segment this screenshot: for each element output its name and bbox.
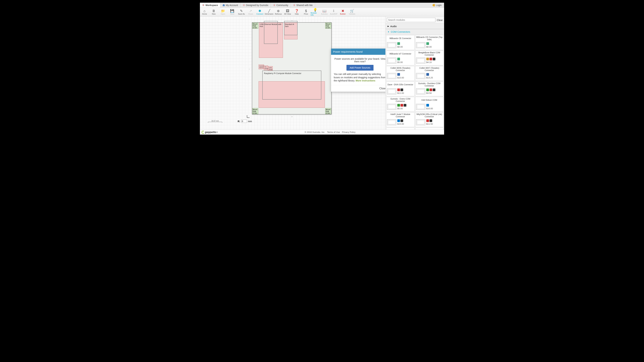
module-thumbnail	[387, 73, 396, 79]
module-price: $10.00	[426, 107, 433, 110]
vendor-logo-icon	[430, 119, 432, 122]
globe-icon	[202, 4, 204, 6]
vendor-logo-icon	[400, 88, 403, 91]
moduleinfo-button[interactable]: 💡Module Info	[310, 8, 320, 15]
vendor-logo-icon	[426, 119, 429, 122]
terms-link[interactable]: Terms of Use	[327, 131, 340, 133]
module-title: NVIDIA Jetson COM	[387, 129, 414, 130]
saveas-button[interactable]: ✎Save As	[237, 8, 246, 15]
module-price: $5.00	[397, 107, 403, 110]
module-card[interactable]: Dave - DIVA 335x Connector $11.00	[386, 81, 414, 96]
resize-handle-bottom[interactable]: ◇	[291, 116, 293, 117]
module-card[interactable]: MitySOM-335x (Critical Link) Connector $…	[415, 112, 444, 127]
3dview-button[interactable]: 🖼3D View	[283, 8, 292, 15]
validate-button[interactable]: 🛒Validate	[348, 8, 357, 15]
share-button[interactable]: ↗Share	[246, 8, 255, 15]
refocus-button[interactable]: ⊕Refocus	[274, 8, 283, 15]
module-price: $11.50	[426, 123, 433, 125]
module-card[interactable]: Gumstix - DuoVero COM Connector $3.50	[415, 81, 444, 96]
tab-community[interactable]: Community	[271, 3, 291, 7]
board[interactable]: Mount Hole (3.5m Mount Hole (3.5m Mount …	[252, 22, 332, 114]
module-card[interactable]: Colibri iMX7 (Toradex) Connector $13.25	[415, 66, 444, 81]
component-outline[interactable]	[264, 21, 278, 44]
price-button[interactable]: $Price	[301, 8, 310, 15]
home-icon: ⌂	[204, 9, 206, 12]
component-rpi[interactable]: Raspberry Pi Compute Module Connector	[262, 70, 321, 99]
dollar-icon: $	[305, 9, 307, 12]
add-power-button[interactable]: Add Power Sources	[346, 65, 374, 70]
close-icon[interactable]: ×	[385, 50, 386, 53]
vendor-logo-icon	[404, 104, 406, 107]
mount-hole-tl[interactable]: Mount Hole (3.5m	[252, 23, 258, 29]
tab-label: Designed by Gumstix	[246, 4, 268, 6]
dimension-button[interactable]: ╱Dimension	[264, 8, 274, 15]
module-thumbnail	[416, 119, 425, 125]
copyright: © 2018 Gumstix, Inc.	[305, 131, 325, 133]
tab-login[interactable]: Login	[430, 3, 444, 7]
category-audio[interactable]: ▶Audio	[386, 23, 444, 29]
module-price: $5.00	[397, 61, 403, 63]
module-card[interactable]: 96Boards CE Connector $8.00	[386, 35, 414, 50]
new-button[interactable]: 🗎New	[209, 8, 218, 15]
module-card[interactable]: NVIDIA Jetson COM	[386, 128, 414, 130]
module-title: 96Boards CE Connector (Top Side)	[416, 36, 443, 41]
builder-button[interactable]: ✖Builder	[338, 8, 348, 15]
component-amb[interactable]: Amb Temp	[268, 66, 273, 70]
mount-hole-br[interactable]: Mount Hole (3.5m	[325, 108, 331, 114]
module-card[interactable]: Intel® Joule™ Module Connector $15.00	[386, 112, 414, 127]
file-icon: 🗎	[212, 9, 216, 12]
module-price: $15.00	[397, 123, 404, 125]
globe-icon	[293, 4, 295, 6]
clear-button[interactable]: Clear	[437, 18, 443, 21]
vendor-logo-icon	[430, 88, 432, 91]
help-button[interactable]: ❓Help	[292, 8, 301, 15]
globe-icon	[243, 4, 245, 6]
target-icon: ⊕	[277, 9, 280, 12]
save-button[interactable]: 💾Save	[228, 8, 237, 15]
dialog-close-button[interactable]: Close	[379, 87, 386, 90]
mount-hole-bl[interactable]: Mount Hole (3.5m	[252, 108, 258, 114]
module-title: Colibri iMX7 (Toradex) Connector	[416, 67, 443, 72]
connect-button[interactable]: ✱Connect	[255, 8, 264, 15]
search-input[interactable]	[387, 18, 435, 22]
module-card[interactable]: Intel Edison COM $10.00	[415, 97, 444, 112]
power-dialog: Power requirements found × Power sources…	[331, 49, 386, 92]
module-card[interactable]: 96Boards IoT Connector $5.00	[386, 51, 414, 65]
module-card[interactable]: PICO-IMX6	[415, 128, 444, 130]
vendor-logo-icon	[433, 58, 435, 60]
connect-icon: ✱	[258, 9, 261, 12]
tab-designed[interactable]: Designed by Gumstix	[240, 3, 271, 7]
module-title: 96Boards CE Connector	[387, 36, 414, 41]
more-instructions-link[interactable]: More instructions	[356, 79, 375, 82]
privacy-link[interactable]: Privacy Policy	[342, 131, 356, 133]
angle-icon	[247, 115, 250, 118]
category-com[interactable]: ▼COM Connectors	[386, 29, 444, 34]
download-icon: ⬇	[332, 9, 335, 12]
component-outline[interactable]	[284, 21, 298, 35]
component-humid[interactable]: Humid Senso	[258, 64, 264, 69]
module-card[interactable]: Gumstix - Overo COM Connector $5.00	[386, 97, 414, 112]
sidebar: Clear ▶Audio ▼COM Connectors 96Boards CE…	[386, 16, 444, 130]
tab-workspace[interactable]: Workspace	[200, 3, 220, 7]
canvas[interactable]: ◇ ↔ ◇ Mount Hole (3.5m Mount Hole (3.5m …	[200, 16, 386, 130]
mount-hole-tr[interactable]: Mount Hole (3.5m	[325, 23, 331, 29]
brand-logo[interactable]: geppetto®	[202, 131, 218, 134]
ruler: 16.67 mm	[208, 120, 222, 123]
autodoc-button[interactable]: 📖Autodoc	[320, 8, 329, 15]
autobsp-button[interactable]: ⬇AutoBSP	[329, 8, 338, 15]
vendor-logo-icon	[426, 42, 429, 45]
vendor-logo-icon	[397, 104, 400, 107]
module-card[interactable]: BeagleBone Black COM Connector $4.10	[415, 51, 444, 65]
tab-account[interactable]: My Account	[220, 3, 240, 7]
component-te[interactable]: TE MS56	[264, 65, 268, 70]
r-input[interactable]	[241, 120, 247, 123]
resize-handle-left[interactable]: ↔	[248, 68, 250, 70]
tab-shared[interactable]: Shared with Me	[291, 3, 315, 7]
saveas-icon: ✎	[240, 9, 243, 12]
tab-label: Login	[436, 4, 442, 6]
module-card[interactable]: 96Boards CE Connector (Top Side) $8.00	[415, 35, 444, 50]
vendor-logo-icon	[426, 104, 429, 107]
home-button[interactable]: ⌂Home	[200, 8, 209, 15]
open-button[interactable]: 📁Open	[218, 8, 228, 15]
module-card[interactable]: Colibri iMX6 (Toradex) Connector $10.00	[386, 66, 414, 81]
